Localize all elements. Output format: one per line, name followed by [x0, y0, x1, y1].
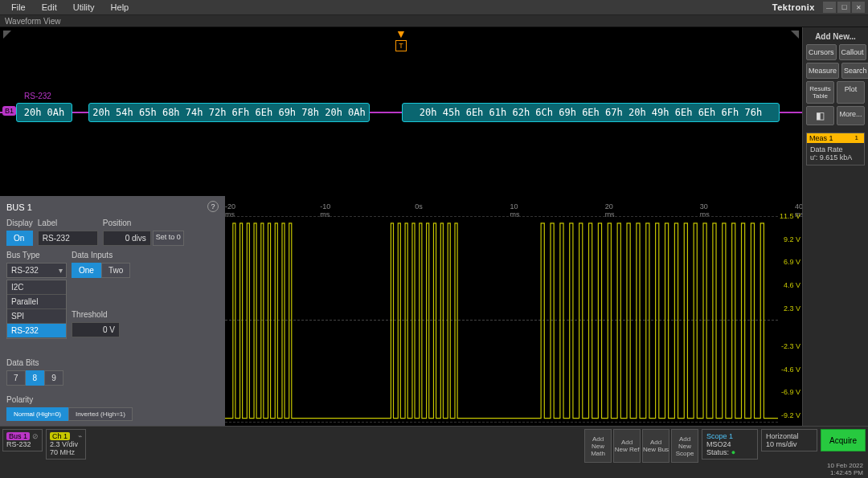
- voltage-axis: 11.5 V 9.2 V 6.9 V 4.6 V 2.3 V -2.3 V -4…: [780, 212, 800, 419]
- volt-tick: -9.2 V: [781, 411, 800, 419]
- scope-model: MSO24: [706, 440, 753, 448]
- waveform-canvas[interactable]: ▼T B1 RS-232 20h 0Ah 20h 54h 65h 68h 74h…: [0, 27, 802, 426]
- position-input[interactable]: 0 divs: [103, 231, 151, 246]
- bus-type-option[interactable]: SPI: [7, 309, 66, 324]
- ch1-title: Ch 1: [50, 432, 70, 440]
- position-label: Position: [103, 219, 184, 227]
- status-dot-icon: ●: [731, 448, 735, 456]
- volt-tick: 2.3 V: [784, 304, 800, 313]
- polarity-inverted[interactable]: Inverted (High=1): [68, 407, 133, 421]
- close-icon[interactable]: ⊘: [32, 432, 39, 440]
- help-icon[interactable]: ?: [207, 201, 219, 212]
- diagram-icon[interactable]: ◧: [806, 106, 834, 125]
- polarity-label: Polarity: [6, 395, 133, 404]
- menu-file[interactable]: File: [3, 0, 34, 15]
- bus1-sub: RS-232: [6, 440, 39, 448]
- bus-protocol-label: RS-232: [24, 92, 51, 100]
- add-new-math-button[interactable]: Add New Math: [584, 429, 612, 463]
- decoded-packet[interactable]: 20h 54h 65h 68h 74h 72h 6Fh 6Eh 69h 78h …: [88, 103, 370, 122]
- label-input[interactable]: RS-232: [38, 231, 98, 246]
- horizontal-value: 10 ms/div: [766, 440, 813, 448]
- scope-title: Scope 1: [706, 432, 753, 440]
- data-inputs-label: Data Inputs: [72, 251, 130, 259]
- volt-tick: 9.2 V: [784, 235, 800, 243]
- ch1-vdiv: 2.3 V/div: [50, 440, 82, 448]
- add-new-bus-button[interactable]: Add New Bus: [642, 429, 669, 463]
- menu-utility[interactable]: Utility: [65, 0, 103, 15]
- volt-tick: -6.9 V: [781, 388, 800, 396]
- window-close-icon[interactable]: ✕: [852, 2, 865, 13]
- callout-button[interactable]: Callout: [839, 44, 866, 60]
- bus-decode-lane: B1 RS-232 20h 0Ah 20h 54h 65h 68h 74h 72…: [0, 101, 802, 124]
- measurement-name: Data Rate: [810, 145, 861, 153]
- time-label: 1:42:45 PM: [827, 469, 863, 476]
- trigger-badge: T: [395, 40, 407, 51]
- probe-icon: ⌁: [78, 432, 82, 440]
- bus-type-option[interactable]: Parallel: [7, 295, 66, 309]
- label-field-label: Label: [38, 219, 98, 227]
- trigger-marker-icon[interactable]: ▼T: [395, 27, 407, 51]
- volt-tick: -2.3 V: [781, 342, 800, 350]
- waveform-view-header: Waveform View: [0, 15, 868, 27]
- brand-logo: Tektronix: [772, 2, 815, 12]
- bus-type-dropdown[interactable]: RS-232: [6, 263, 67, 278]
- polarity-normal[interactable]: Normal (High=0): [6, 407, 68, 421]
- volt-tick: 6.9 V: [784, 258, 800, 266]
- bus-type-option[interactable]: RS-232: [7, 324, 66, 338]
- datetime: 10 Feb 2022 1:42:45 PM: [827, 462, 863, 476]
- volt-tick: -4.6 V: [781, 366, 800, 374]
- horizontal-title: Horizontal: [766, 432, 813, 440]
- panel-title: BUS 1: [6, 202, 219, 212]
- search-button[interactable]: Search: [841, 63, 868, 79]
- display-toggle[interactable]: On: [6, 231, 33, 246]
- results-table-button[interactable]: Results Table: [806, 81, 834, 104]
- measurement-badge[interactable]: Meas 1 1 Data Rate u': 9.615 kbA: [806, 133, 865, 165]
- add-new-scope-button[interactable]: Add New Scope: [671, 429, 698, 463]
- bus-config-panel: BUS 1 ? Display On Label RS-232 Position…: [0, 196, 225, 426]
- cursors-button[interactable]: Cursors: [806, 44, 837, 60]
- ch1-bw: 70 MHz: [50, 448, 82, 456]
- more-button[interactable]: More...: [837, 106, 865, 125]
- bus1-badge[interactable]: Bus 1⊘ RS-232: [2, 429, 43, 451]
- data-inputs-two[interactable]: Two: [101, 263, 130, 278]
- acquire-button[interactable]: Acquire: [821, 429, 866, 451]
- set-to-zero-button[interactable]: Set to 0: [153, 231, 184, 246]
- corner-handle-tr-icon[interactable]: [791, 31, 799, 39]
- measure-button[interactable]: Measure: [806, 63, 839, 79]
- scope-status-label: Status:: [706, 448, 729, 456]
- bus-type-options-list: I2C Parallel SPI RS-232: [6, 280, 67, 339]
- decoded-packet[interactable]: 20h 0Ah: [16, 103, 72, 122]
- add-new-ref-button[interactable]: Add New Ref: [613, 429, 641, 463]
- bus-type-label: Bus Type: [6, 251, 67, 259]
- decoded-packet[interactable]: 20h 45h 6Eh 61h 62h 6Ch 69h 6Eh 67h 20h …: [402, 103, 780, 122]
- volt-tick: 11.5 V: [780, 212, 800, 220]
- scope-info[interactable]: Scope 1 MSO24 Status: ●: [702, 429, 758, 460]
- window-maximize-icon[interactable]: ☐: [837, 2, 850, 13]
- bus-channel-badge[interactable]: B1: [2, 106, 16, 116]
- threshold-label: Threshold: [72, 310, 130, 319]
- right-sidebar: Add New... Cursors Callout Measure Searc…: [802, 27, 868, 426]
- ch1-badge[interactable]: Ch 1⌁ 2.3 V/div 70 MHz: [46, 429, 86, 460]
- data-bits-label: Data Bits: [6, 358, 133, 367]
- window-minimize-icon[interactable]: —: [823, 2, 836, 13]
- corner-handle-tl-icon[interactable]: [3, 31, 11, 39]
- menu-help[interactable]: Help: [103, 0, 137, 15]
- data-inputs-one[interactable]: One: [72, 263, 101, 278]
- waveform-plot: [225, 216, 778, 423]
- horizontal-info[interactable]: Horizontal 10 ms/div: [761, 429, 817, 451]
- measurement-title: Meas 1: [809, 134, 833, 142]
- data-bits-9[interactable]: 9: [44, 370, 63, 386]
- plot-button[interactable]: Plot: [837, 81, 865, 104]
- data-bits-7[interactable]: 7: [6, 370, 26, 386]
- add-new-header: Add New...: [806, 32, 865, 41]
- bus1-title: Bus 1: [6, 432, 30, 440]
- measurement-value: u': 9.615 kbA: [810, 153, 861, 161]
- threshold-input[interactable]: 0 V: [72, 322, 120, 337]
- menu-edit[interactable]: Edit: [34, 0, 65, 15]
- measurement-index-badge: 1: [852, 134, 862, 142]
- menu-bar: File Edit Utility Help Tektronix — ☐ ✕: [0, 0, 868, 15]
- data-bits-8[interactable]: 8: [26, 370, 45, 386]
- date-label: 10 Feb 2022: [827, 462, 863, 469]
- bus-type-option[interactable]: I2C: [7, 280, 66, 295]
- volt-tick: 4.6 V: [784, 281, 800, 289]
